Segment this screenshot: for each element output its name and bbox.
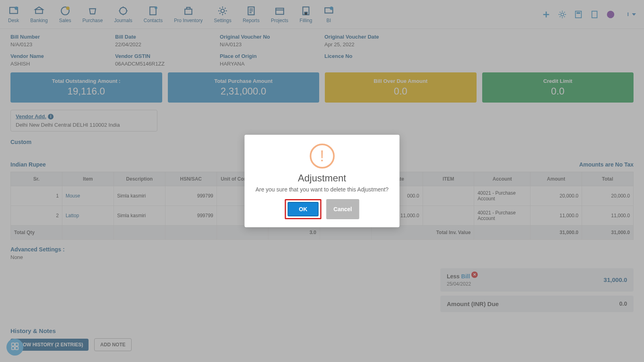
confirm-modal: ! Adjustment Are you sure that you want … [245,135,400,227]
modal-title: Adjustment [253,173,392,184]
ok-button-highlight: OK [285,199,322,219]
ok-button[interactable]: OK [288,202,319,216]
modal-message: Are you sure that you want to delete thi… [253,186,392,193]
warning-icon: ! [310,144,334,169]
cancel-button[interactable]: Cancel [326,199,359,219]
